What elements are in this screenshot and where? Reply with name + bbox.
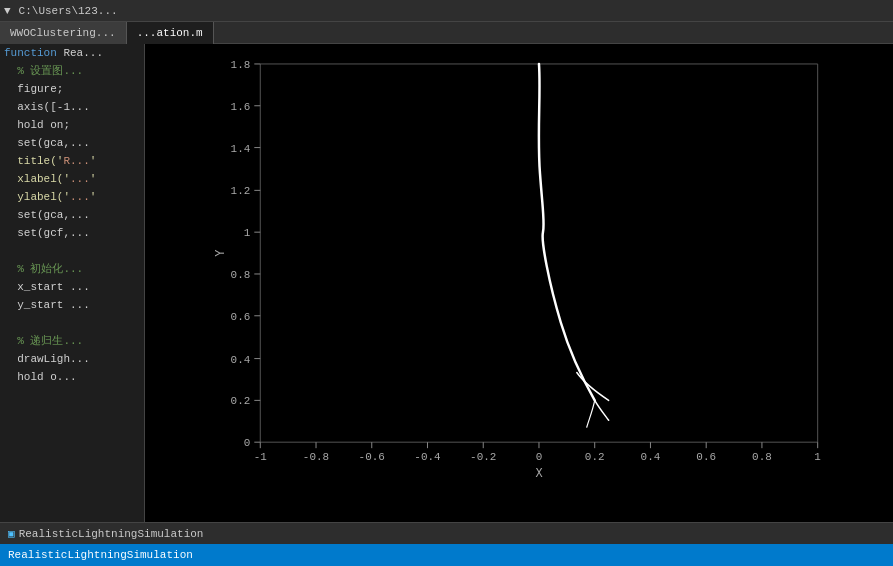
function-bar-text: RealisticLightningSimulation: [19, 528, 204, 540]
function-bar: ▣ RealisticLightningSimulation: [0, 522, 893, 544]
code-line-2: figure;: [0, 80, 144, 98]
svg-text:0.8: 0.8: [231, 269, 251, 281]
code-line-1: % 设置图...: [0, 62, 144, 80]
code-line-12: x_start ...: [0, 278, 144, 296]
code-line-blank1: [0, 242, 144, 260]
status-bar: RealisticLightningSimulation: [0, 544, 893, 566]
svg-text:X: X: [535, 467, 542, 481]
code-panel: function Rea... % 设置图... figure; axis([-…: [0, 44, 145, 522]
function-bar-label: ▣: [8, 527, 15, 540]
code-line-16: hold o...: [0, 368, 144, 386]
svg-text:0.4: 0.4: [231, 354, 251, 366]
svg-text:1.6: 1.6: [231, 101, 251, 113]
code-line-4: hold on;: [0, 116, 144, 134]
svg-text:0.6: 0.6: [231, 311, 251, 323]
top-toolbar: ▼ C:\Users\123...: [0, 0, 893, 22]
svg-text:0.2: 0.2: [585, 451, 605, 463]
code-line-function: function Rea...: [0, 44, 144, 62]
code-line-10: set(gcf,...: [0, 224, 144, 242]
code-line-3: axis([-1...: [0, 98, 144, 116]
chart-svg: -1 -0.8 -0.6 -0.4 -0.2 0 0.2 0.4 0.6 0.8…: [185, 54, 883, 482]
svg-text:1.2: 1.2: [231, 185, 251, 197]
code-line-11: % 初始化...: [0, 260, 144, 278]
svg-rect-0: [211, 54, 858, 482]
svg-text:0.6: 0.6: [696, 451, 716, 463]
menu-icon[interactable]: ▼: [4, 5, 11, 17]
tab-animation[interactable]: ...ation.m: [127, 22, 214, 44]
code-line-9: set(gca,...: [0, 206, 144, 224]
code-line-6: title('R...': [0, 152, 144, 170]
plot-panel: -1 -0.8 -0.6 -0.4 -0.2 0 0.2 0.4 0.6 0.8…: [145, 44, 893, 522]
status-text: RealisticLightningSimulation: [8, 549, 193, 561]
svg-text:0: 0: [536, 451, 543, 463]
svg-text:-0.6: -0.6: [359, 451, 385, 463]
svg-text:1: 1: [244, 227, 251, 239]
code-line-blank2: [0, 314, 144, 332]
tab-bar: WWOClustering... ...ation.m: [0, 22, 893, 44]
toolbar-path: C:\Users\123...: [19, 5, 118, 17]
svg-text:1: 1: [814, 451, 821, 463]
code-line-8: ylabel('...': [0, 188, 144, 206]
tab-wwoclustering[interactable]: WWOClustering...: [0, 22, 127, 44]
svg-text:0.4: 0.4: [641, 451, 661, 463]
main-area: function Rea... % 设置图... figure; axis([-…: [0, 44, 893, 522]
svg-text:-0.2: -0.2: [470, 451, 496, 463]
svg-text:1.8: 1.8: [231, 59, 251, 71]
svg-text:-0.4: -0.4: [414, 451, 441, 463]
svg-text:0.8: 0.8: [752, 451, 772, 463]
svg-text:-1: -1: [254, 451, 268, 463]
svg-text:1.4: 1.4: [231, 143, 251, 155]
code-line-13: y_start ...: [0, 296, 144, 314]
svg-text:Y: Y: [214, 249, 228, 256]
svg-text:-0.8: -0.8: [303, 451, 329, 463]
code-line-7: xlabel('...': [0, 170, 144, 188]
code-line-15: drawLigh...: [0, 350, 144, 368]
svg-text:0.2: 0.2: [231, 395, 251, 407]
code-line-14: % 递归生...: [0, 332, 144, 350]
code-line-5: set(gca,...: [0, 134, 144, 152]
svg-text:0: 0: [244, 437, 251, 449]
